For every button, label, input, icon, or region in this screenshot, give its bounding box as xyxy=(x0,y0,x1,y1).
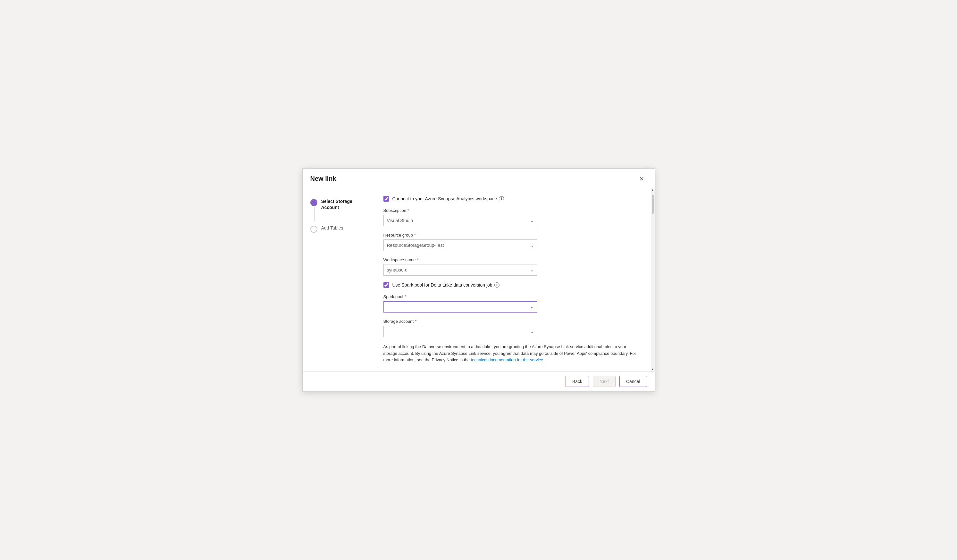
connect-synapse-label[interactable]: Connect to your Azure Synapse Analytics … xyxy=(392,196,504,201)
subscription-dropdown[interactable]: Visual Studio xyxy=(384,215,537,226)
main-form-content: Connect to your Azure Synapse Analytics … xyxy=(373,188,651,371)
scrollbar-thumb[interactable] xyxy=(652,194,654,214)
storage-account-required: * xyxy=(415,319,417,324)
workspace-name-required: * xyxy=(417,257,418,262)
workspace-name-dropdown-wrapper: synapse-d ⌄ xyxy=(384,264,537,276)
resource-group-required: * xyxy=(414,233,416,238)
scroll-up-arrow[interactable]: ▲ xyxy=(651,188,655,192)
dialog-footer: Back Next Cancel xyxy=(303,371,655,391)
spark-pool-label: Spark pool * xyxy=(384,294,641,299)
subscription-label: Subscription * xyxy=(384,208,641,213)
connect-synapse-checkbox[interactable] xyxy=(384,196,389,202)
step-add-tables: Add Tables xyxy=(310,225,365,233)
spark-pool-info-icon[interactable]: i xyxy=(494,282,499,287)
technical-docs-link[interactable]: technical documentation for the service. xyxy=(471,357,544,362)
step-circle-1 xyxy=(310,199,317,206)
scrollbar: ▲ ▼ xyxy=(651,188,655,371)
info-paragraph: As part of linking the Dataverse environ… xyxy=(384,344,641,363)
step-label-1: Select Storage Account xyxy=(321,199,365,211)
close-icon: ✕ xyxy=(639,175,644,182)
resource-group-field: Resource group * ResourceStorageGroup-Te… xyxy=(384,233,641,251)
back-button[interactable]: Back xyxy=(565,376,589,387)
storage-account-field: Storage account * ⌄ xyxy=(384,319,641,337)
resource-group-dropdown[interactable]: ResourceStorageGroup-Test xyxy=(384,240,537,251)
workspace-name-field: Workspace name * synapse-d ⌄ xyxy=(384,257,641,276)
spark-pool-field: Spark pool * ⌄ xyxy=(384,294,641,312)
spark-pool-checkbox[interactable] xyxy=(384,282,389,288)
subscription-field: Subscription * Visual Studio ⌄ xyxy=(384,208,641,226)
step-label-2: Add Tables xyxy=(321,225,343,232)
connect-synapse-info-icon[interactable]: i xyxy=(499,196,504,201)
cancel-button[interactable]: Cancel xyxy=(619,376,647,387)
spark-pool-required: * xyxy=(404,294,406,299)
subscription-required: * xyxy=(407,208,409,213)
step-circle-2 xyxy=(310,226,317,233)
storage-account-dropdown[interactable] xyxy=(384,326,537,337)
stepper: Select Storage Account Add Tables xyxy=(303,188,373,371)
spark-pool-dropdown[interactable] xyxy=(384,301,537,312)
resource-group-label: Resource group * xyxy=(384,233,641,238)
resource-group-dropdown-wrapper: ResourceStorageGroup-Test ⌄ xyxy=(384,240,537,251)
step-connector xyxy=(314,207,314,221)
dialog-header: New link ✕ xyxy=(303,169,655,188)
subscription-dropdown-wrapper: Visual Studio ⌄ xyxy=(384,215,537,226)
scroll-down-arrow[interactable]: ▼ xyxy=(651,368,655,371)
storage-account-dropdown-wrapper: ⌄ xyxy=(384,326,537,337)
connect-synapse-checkbox-row: Connect to your Azure Synapse Analytics … xyxy=(384,196,641,202)
workspace-name-label: Workspace name * xyxy=(384,257,641,262)
dialog-body: Select Storage Account Add Tables Connec… xyxy=(303,188,655,371)
next-button: Next xyxy=(593,376,616,387)
step-select-storage: Select Storage Account xyxy=(310,199,365,211)
spark-pool-dropdown-wrapper: ⌄ xyxy=(384,301,537,312)
new-link-dialog: New link ✕ Select Storage Account Add Ta… xyxy=(302,168,655,392)
spark-pool-checkbox-row: Use Spark pool for Delta Lake data conve… xyxy=(384,282,641,288)
close-button[interactable]: ✕ xyxy=(637,174,647,184)
dialog-title: New link xyxy=(310,175,336,182)
spark-pool-checkbox-label[interactable]: Use Spark pool for Delta Lake data conve… xyxy=(392,282,499,287)
storage-account-label: Storage account * xyxy=(384,319,641,324)
workspace-name-dropdown[interactable]: synapse-d xyxy=(384,264,537,276)
